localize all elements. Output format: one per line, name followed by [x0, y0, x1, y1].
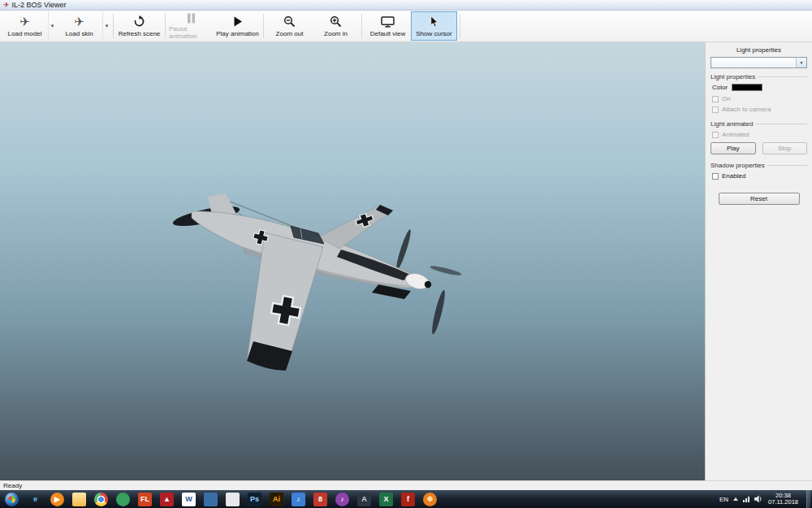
chevron-down-icon: ▼ [796, 58, 806, 67]
light-color-swatch[interactable] [732, 84, 762, 91]
language-indicator[interactable]: EN [719, 496, 728, 503]
system-tray: EN 20:38 07.11.2018 [719, 490, 812, 508]
volume-icon[interactable] [754, 495, 763, 503]
panel-title: Light properties [710, 46, 807, 54]
clock-date: 07.11.2018 [768, 499, 798, 506]
chrome-icon[interactable] [94, 493, 108, 506]
load-model-button[interactable]: ✈ Load model [2, 11, 48, 41]
reset-button[interactable]: Reset [719, 193, 800, 205]
viewport-3d[interactable] [0, 42, 705, 480]
show-cursor-button[interactable]: Show cursor [411, 11, 457, 41]
excel-icon[interactable]: X [379, 493, 393, 506]
refresh-scene-button[interactable]: Refresh scene [116, 11, 162, 41]
attach-to-camera-checkbox[interactable]: Attach to camera [710, 106, 807, 113]
cursor-icon [430, 15, 438, 28]
group-title: Shadow properties [710, 162, 765, 169]
checkbox-box [712, 132, 719, 138]
photoshop-icon[interactable]: Ps [248, 493, 261, 506]
group-title: Light properties [710, 73, 755, 80]
zoom-in-button[interactable]: Zoom in [313, 11, 359, 41]
media-player-icon[interactable]: ▶ [50, 493, 64, 506]
dark-app-icon[interactable]: A [357, 493, 371, 506]
calculator-icon[interactable] [226, 493, 240, 506]
default-view-label: Default view [370, 30, 406, 37]
status-bar: Ready [0, 480, 812, 490]
refresh-scene-label: Refresh scene [119, 30, 161, 37]
play-animation-label: Play animation [216, 30, 258, 37]
blue-app-icon[interactable] [204, 493, 218, 506]
airplane-icon: ✈ [19, 15, 30, 28]
start-button[interactable] [5, 493, 19, 506]
red-app-icon[interactable]: 8 [313, 493, 327, 506]
stop-button[interactable]: Stop [762, 142, 808, 154]
illustrator-icon[interactable]: Ai [270, 493, 283, 506]
light-properties-group-header: Light properties [710, 73, 807, 80]
shadow-properties-group-header: Shadow properties [710, 162, 807, 169]
pause-animation-label: Pause animation [169, 25, 214, 40]
group-divider [755, 124, 807, 124]
load-skin-button[interactable]: ✈ Load skin [56, 11, 102, 41]
zoom-in-icon [330, 15, 342, 28]
shadow-enabled-checkbox[interactable]: Enabled [710, 172, 807, 180]
taskbar-icons: e▶FL▲WPsAi♪8♪AXf [24, 490, 441, 508]
show-cursor-label: Show cursor [416, 30, 451, 37]
settings-app-icon[interactable] [423, 493, 437, 506]
color-label: Color [712, 84, 728, 91]
toolbar-separator [263, 14, 264, 38]
play-button[interactable]: Play [710, 142, 756, 154]
default-view-button[interactable]: Default view [365, 11, 411, 41]
zoom-out-icon [283, 15, 296, 28]
color-row: Color [710, 84, 807, 91]
music-app-icon[interactable]: ♪ [292, 493, 305, 506]
main-toolbar: ✈ Load model ▼ ✈ Load skin ▼ Refresh sce… [0, 11, 812, 42]
toolbar-separator [165, 14, 166, 38]
zoom-out-label: Zoom out [276, 30, 304, 37]
itunes-icon[interactable]: ♪ [335, 493, 349, 506]
play-animation-button[interactable]: Play animation [214, 11, 261, 41]
word-document-icon[interactable]: W [182, 493, 196, 506]
pause-animation-button[interactable]: Pause animation [168, 11, 214, 41]
toolbar-separator [361, 14, 362, 38]
light-on-checkbox[interactable]: On [710, 95, 807, 102]
checkbox-label: Enabled [722, 172, 745, 180]
flash-icon[interactable]: f [401, 493, 415, 506]
animated-checkbox[interactable]: Animated [710, 131, 807, 138]
title-bar: ✈ IL-2 BOS Viewer [0, 0, 812, 11]
airplane-icon: ✈ [74, 15, 84, 28]
checkbox-label: Attach to camera [722, 106, 771, 113]
monitor-icon [381, 15, 395, 28]
adobe-reader-icon[interactable]: ▲ [160, 493, 174, 506]
zoom-in-label: Zoom in [324, 30, 348, 37]
fl-studio-icon[interactable]: FL [138, 493, 152, 506]
group-title: Light animated [710, 120, 753, 128]
explorer-folder-icon[interactable] [72, 493, 86, 506]
light-properties-panel: Light properties ▼ Light properties Colo… [705, 42, 812, 480]
internet-explorer-icon[interactable]: e [28, 493, 42, 506]
toolbar-separator [460, 14, 460, 38]
checkbox-box [712, 173, 719, 180]
load-model-dropdown-arrow[interactable]: ▼ [48, 11, 56, 41]
group-divider [767, 165, 807, 166]
load-model-label: Load model [8, 30, 42, 37]
animation-buttons-row: Play Stop [710, 142, 807, 154]
window-title: IL-2 BOS Viewer [12, 1, 67, 9]
pause-icon [187, 12, 196, 24]
group-divider [758, 76, 807, 77]
clock[interactable]: 20:38 07.11.2018 [768, 493, 798, 506]
show-desktop-button[interactable] [806, 490, 810, 508]
taskbar: e▶FL▲WPsAi♪8♪AXf EN 20:38 07.11.2018 [0, 490, 812, 508]
zoom-out-button[interactable]: Zoom out [266, 11, 313, 41]
load-skin-label: Load skin [65, 30, 93, 37]
light-select-dropdown[interactable]: ▼ [710, 57, 807, 68]
app-airplane-icon: ✈ [3, 2, 10, 9]
play-icon [233, 15, 243, 28]
network-icon[interactable] [743, 497, 749, 502]
load-skin-dropdown-arrow[interactable]: ▼ [102, 11, 110, 41]
checkbox-label: Animated [722, 131, 749, 138]
status-text: Ready [3, 482, 22, 489]
tray-expand-icon[interactable] [733, 497, 738, 501]
checkbox-box [712, 106, 719, 113]
refresh-icon [133, 15, 145, 28]
aircraft-model [0, 42, 705, 480]
green-app-icon[interactable] [116, 493, 130, 506]
